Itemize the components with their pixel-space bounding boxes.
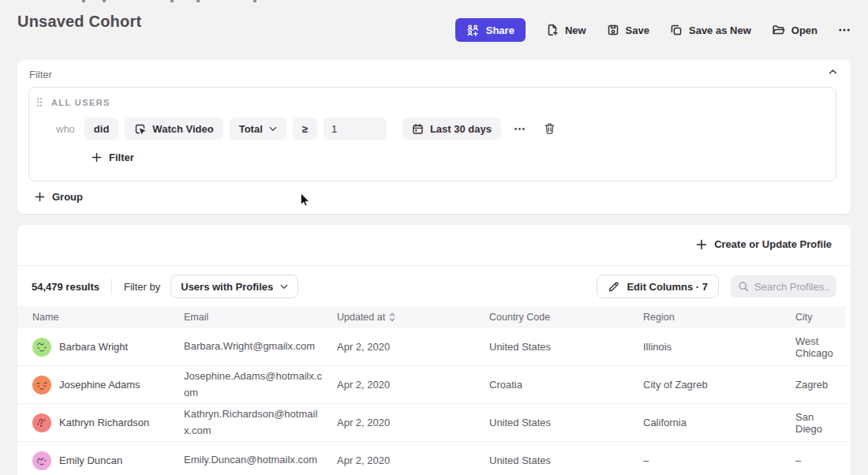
column-header-name[interactable]: Name bbox=[32, 312, 184, 323]
column-header-updated-at[interactable]: Updated at bbox=[337, 312, 489, 323]
chevron-down-icon bbox=[280, 284, 288, 290]
duplicate-icon bbox=[670, 24, 683, 36]
column-header-label: Email bbox=[184, 312, 208, 323]
cell-email: Barbara.Wright@gmailx.com bbox=[184, 338, 337, 354]
open-button[interactable]: Open bbox=[772, 24, 817, 36]
avatar bbox=[32, 451, 51, 470]
table-row[interactable]: Josephine Adams Josephine.Adams@hotmailx… bbox=[17, 366, 851, 404]
plus-icon bbox=[35, 192, 45, 202]
plus-icon bbox=[696, 239, 707, 250]
event-chip-label: Watch Video bbox=[152, 123, 213, 135]
profiles-filter-select-value: Users with Profiles bbox=[181, 281, 273, 293]
behavior-clause-row: who did Watch Video Total bbox=[56, 118, 836, 140]
column-header-country-code[interactable]: Country Code bbox=[489, 312, 643, 323]
column-header-city[interactable]: City bbox=[795, 312, 846, 323]
add-group-button[interactable]: Group bbox=[35, 191, 83, 203]
date-range-chip-label: Last 30 days bbox=[430, 123, 492, 135]
sort-icon[interactable] bbox=[389, 312, 395, 322]
group-header: ALL USERS bbox=[29, 97, 836, 107]
operator-chip-label: ≥ bbox=[302, 123, 308, 135]
cell-name: Barbara Wright bbox=[59, 341, 128, 353]
create-or-update-profile-button[interactable]: Create or Update Profile bbox=[696, 238, 832, 250]
delete-clause-button[interactable] bbox=[544, 122, 556, 135]
profiles-toolbar: 54,479 results Filter by Users with Prof… bbox=[17, 272, 851, 301]
save-as-new-button[interactable]: Save as New bbox=[670, 24, 751, 36]
column-header-region[interactable]: Region bbox=[643, 312, 795, 323]
filter-by-label: Filter by bbox=[124, 281, 160, 293]
avatar bbox=[32, 338, 51, 357]
table-row[interactable]: Emily Duncan Emily.Duncan@hotmailx.com A… bbox=[17, 442, 851, 475]
did-chip-label: did bbox=[94, 123, 110, 135]
pencil-icon bbox=[608, 281, 619, 293]
operator-chip[interactable]: ≥ bbox=[293, 118, 317, 140]
filter-panel-title: Filter bbox=[29, 69, 52, 80]
cell-country-code: United States bbox=[489, 417, 643, 428]
cell-updated-at: Apr 2, 2020 bbox=[337, 454, 489, 466]
calendar-icon bbox=[412, 123, 424, 135]
cell-country-code: Croatia bbox=[489, 379, 643, 391]
column-header-label: Region bbox=[643, 312, 675, 323]
column-header-label: Updated at bbox=[337, 312, 385, 323]
clipped-fragment bbox=[82, 0, 85, 2]
more-horizontal-icon bbox=[838, 24, 851, 36]
avatar bbox=[32, 413, 51, 432]
did-chip[interactable]: did bbox=[84, 118, 119, 140]
collapse-filter-button[interactable] bbox=[829, 69, 837, 75]
cell-region: City of Zagreb bbox=[643, 379, 795, 391]
share-users-icon bbox=[466, 24, 480, 36]
threshold-value-input[interactable] bbox=[324, 118, 387, 140]
search-profiles-box[interactable] bbox=[731, 275, 836, 297]
aggregation-chip-label: Total bbox=[239, 123, 263, 135]
cell-name: Emily Duncan bbox=[59, 454, 122, 466]
share-button[interactable]: Share bbox=[455, 18, 526, 42]
search-icon bbox=[738, 281, 749, 292]
cell-email: Emily.Duncan@hotmailx.com bbox=[184, 452, 337, 468]
divider bbox=[111, 279, 112, 294]
column-header-email[interactable]: Email bbox=[184, 312, 337, 323]
open-button-label: Open bbox=[791, 24, 817, 36]
clipped-fragment bbox=[196, 0, 200, 2]
save-icon bbox=[607, 24, 619, 36]
add-filter-label: Filter bbox=[109, 151, 134, 163]
table-body: Barbara Wright Barbara.Wright@gmailx.com… bbox=[17, 328, 851, 475]
edit-columns-button[interactable]: Edit Columns · 7 bbox=[597, 275, 719, 298]
group-label: ALL USERS bbox=[51, 98, 110, 107]
column-header-label: Country Code bbox=[489, 312, 550, 323]
avatar bbox=[32, 376, 51, 395]
cell-name: Kathryn Richardson bbox=[59, 417, 149, 428]
table-header-row: Name Email Updated at Country Code Regio… bbox=[17, 306, 846, 328]
profiles-filter-select[interactable]: Users with Profiles bbox=[170, 275, 298, 298]
new-button-label: New bbox=[565, 24, 586, 36]
profiles-panel: Create or Update Profile 54,479 results … bbox=[17, 225, 851, 475]
folder-open-icon bbox=[772, 24, 785, 36]
date-range-chip[interactable]: Last 30 days bbox=[402, 118, 501, 140]
add-filter-button[interactable]: Filter bbox=[92, 151, 836, 163]
clipped-fragment bbox=[253, 0, 256, 2]
cohort-group-box: ALL USERS who did Watch Video Total bbox=[28, 87, 836, 181]
search-profiles-input[interactable] bbox=[754, 281, 829, 293]
cell-updated-at: Apr 2, 2020 bbox=[337, 341, 489, 353]
table-row[interactable]: Kathryn Richardson Kathryn.Richardson@ho… bbox=[17, 404, 851, 442]
cell-country-code: United States bbox=[489, 454, 643, 466]
column-header-label: Name bbox=[32, 312, 58, 323]
cell-name: Josephine Adams bbox=[59, 379, 140, 391]
table-row[interactable]: Barbara Wright Barbara.Wright@gmailx.com… bbox=[17, 328, 851, 366]
new-file-icon bbox=[546, 24, 559, 36]
save-button[interactable]: Save bbox=[607, 24, 649, 36]
page-title: Unsaved Cohort bbox=[17, 13, 141, 31]
aggregation-chip[interactable]: Total bbox=[230, 118, 286, 140]
cell-updated-at: Apr 2, 2020 bbox=[337, 379, 489, 391]
drag-handle-icon[interactable] bbox=[36, 97, 43, 107]
edit-columns-label: Edit Columns · 7 bbox=[627, 281, 708, 293]
create-or-update-profile-label: Create or Update Profile bbox=[714, 238, 832, 250]
cell-updated-at: Apr 2, 2020 bbox=[337, 417, 489, 428]
cell-city: San Diego bbox=[795, 411, 851, 435]
new-button[interactable]: New bbox=[546, 24, 586, 36]
more-actions-button[interactable] bbox=[838, 24, 851, 36]
share-button-label: Share bbox=[486, 24, 514, 36]
header-actions: Share New Save Save as bbox=[455, 18, 851, 42]
clause-more-button[interactable] bbox=[514, 123, 526, 135]
column-header-label: City bbox=[795, 312, 813, 323]
filter-panel: Filter ALL USERS who did bbox=[17, 60, 851, 214]
event-chip[interactable]: Watch Video bbox=[125, 118, 223, 140]
